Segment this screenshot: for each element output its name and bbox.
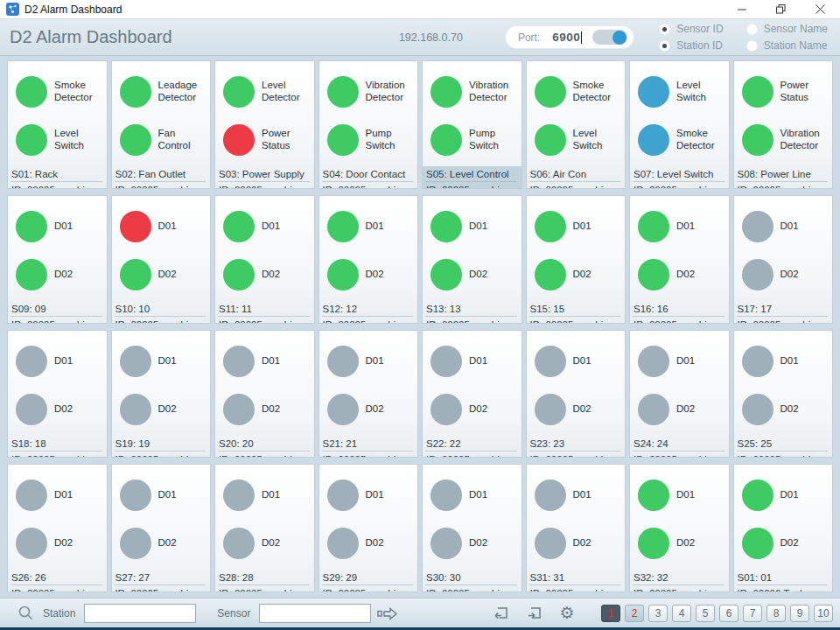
station-card[interactable]: D01D02 S25: 25 ID: 00005 machine bbox=[733, 330, 834, 458]
sensor-indicator: Level Switch bbox=[535, 118, 626, 162]
radio-circle[interactable] bbox=[659, 40, 670, 52]
card-footer: S03: Power Supply ID: 00005 machine bbox=[215, 166, 314, 189]
station-card[interactable]: Smoke DetectorLevel Switch S01: Rack ID:… bbox=[7, 60, 108, 189]
station-card[interactable]: D01D02 S29: 29 ID: 00005 machine bbox=[318, 464, 419, 592]
station-card[interactable]: D01D02 S20: 20 ID: 00005 machine bbox=[214, 330, 315, 458]
sensor-list: D01D02 bbox=[112, 465, 211, 570]
page-button-6[interactable]: 6 bbox=[719, 605, 738, 622]
connection-toggle[interactable] bbox=[592, 30, 627, 45]
station-card[interactable]: D01D02 S23: 23 ID: 00005 machine bbox=[526, 330, 626, 458]
sensor-label: Leadage Detector bbox=[158, 80, 211, 104]
station-id: ID: 00005 machine bbox=[734, 452, 833, 458]
station-card[interactable]: D01D02 S16: 16 ID: 00005 machine bbox=[629, 195, 730, 324]
sensor-list: D01D02 bbox=[527, 196, 626, 301]
sensor-indicator: Power Status bbox=[742, 70, 833, 114]
radio-circle[interactable] bbox=[746, 24, 758, 35]
app-icon bbox=[6, 3, 19, 16]
station-filter-input[interactable] bbox=[84, 604, 196, 623]
station-card[interactable]: Vibration DetectorPump Switch S04: Door … bbox=[318, 60, 419, 189]
sensor-status-dot bbox=[638, 346, 669, 377]
sensor-status-dot bbox=[742, 76, 774, 108]
station-card[interactable]: D01D02 S10: 10 ID: 00005 machine bbox=[111, 195, 212, 324]
card-footer: S18: 18 ID: 00005 machine bbox=[8, 436, 107, 458]
radio-station-name[interactable]: Station Name bbox=[746, 39, 828, 52]
page-next-icon[interactable] bbox=[522, 602, 545, 625]
station-card[interactable]: D01D02 S12: 12 ID: 00005 machine bbox=[318, 195, 419, 324]
station-id: ID: 00005 machine bbox=[630, 182, 729, 189]
station-card[interactable]: D01D02 S21: 21 ID: 00005 machine bbox=[318, 330, 419, 458]
page-button-2[interactable]: 2 bbox=[625, 605, 644, 622]
station-card[interactable]: D01D02 S18: 18 ID: 00005 machine bbox=[7, 330, 108, 458]
station-card[interactable]: D01D02 S13: 13 ID: 00005 machine bbox=[422, 195, 522, 324]
station-card[interactable]: D01D02 S30: 30 ID: 00005 machine bbox=[422, 464, 522, 592]
sensor-status-dot bbox=[16, 346, 47, 377]
sensor-label: D01 bbox=[573, 220, 626, 233]
station-id: ID: 00005 machine bbox=[319, 452, 418, 458]
card-footer: S08: Power Line ID: 00005 machine bbox=[734, 166, 833, 189]
station-card[interactable]: D01D02 S32: 32 ID: 00005 machine bbox=[629, 464, 730, 592]
page-button-9[interactable]: 9 bbox=[790, 605, 809, 622]
restore-button[interactable] bbox=[761, 0, 801, 18]
station-card[interactable]: Level DetectorPower Status S03: Power Su… bbox=[214, 60, 315, 189]
page-button-4[interactable]: 4 bbox=[672, 605, 691, 622]
sensor-indicator: D01 bbox=[327, 473, 418, 517]
station-name: S05: Level Control bbox=[423, 166, 522, 181]
station-card[interactable]: Vibration DetectorPump Switch S05: Level… bbox=[422, 60, 522, 189]
station-card[interactable]: D01D02 S27: 27 ID: 00005 machine bbox=[111, 464, 212, 592]
sensor-status-dot bbox=[535, 76, 566, 108]
minimize-button[interactable] bbox=[722, 0, 761, 18]
station-name: S06: Air Con bbox=[527, 166, 626, 181]
sensor-indicator: D01 bbox=[16, 205, 107, 248]
radio-station-id[interactable]: Station ID bbox=[659, 39, 723, 52]
page-button-8[interactable]: 8 bbox=[766, 605, 786, 622]
page-button-3[interactable]: 3 bbox=[648, 605, 668, 622]
station-card[interactable]: Level SwitchSmoke Detector S07: Level Sw… bbox=[629, 60, 730, 189]
station-card[interactable]: D01D02 S26: 26 ID: 00005 machine bbox=[7, 464, 108, 592]
sensor-label: Level Switch bbox=[573, 128, 626, 152]
radio-circle[interactable] bbox=[746, 40, 758, 52]
station-card[interactable]: D01D02 S11: 11 ID: 00005 machine bbox=[214, 195, 315, 324]
station-card[interactable]: D01D02 S22: 22 ID: 00005 machine bbox=[422, 330, 522, 458]
station-card[interactable]: D01D02 S19: 19 ID: 00005 machine bbox=[111, 330, 212, 458]
station-card[interactable]: Power StatusVibration Detector S08: Powe… bbox=[733, 60, 834, 189]
radio-sensor-name[interactable]: Sensor Name bbox=[746, 23, 828, 35]
settings-gear-icon[interactable]: ⚙ bbox=[556, 602, 578, 625]
sensor-indicator: D01 bbox=[16, 473, 107, 517]
sensor-status-dot bbox=[430, 346, 462, 377]
sensor-indicator: D02 bbox=[638, 253, 729, 297]
station-card[interactable]: Leadage DetectorFan Control S02: Fan Out… bbox=[111, 60, 212, 189]
page-button-1[interactable]: 1 bbox=[601, 605, 620, 622]
page-button-5[interactable]: 5 bbox=[696, 605, 715, 622]
sensor-filter-input[interactable] bbox=[259, 604, 371, 623]
sensor-status-dot bbox=[327, 528, 359, 559]
sensor-status-dot bbox=[120, 480, 151, 511]
station-id: ID: 00005 machine bbox=[630, 585, 729, 592]
apply-filter-icon[interactable] bbox=[376, 606, 399, 621]
station-name: S28: 28 bbox=[215, 570, 314, 584]
station-card[interactable]: Smoke DetectorLevel Switch S06: Air Con … bbox=[526, 60, 626, 189]
port-input[interactable]: 6900 bbox=[552, 31, 580, 44]
station-id: ID: 00005 machine bbox=[112, 585, 211, 592]
sensor-status-dot bbox=[223, 76, 255, 108]
page-button-7[interactable]: 7 bbox=[743, 605, 762, 622]
station-card[interactable]: D01D02 S01: 01 ID: 00006 Tank bbox=[733, 464, 834, 592]
station-card[interactable]: D01D02 S15: 15 ID: 00005 machine bbox=[526, 195, 626, 324]
sensor-status-dot bbox=[120, 124, 151, 156]
page-button-10[interactable]: 10 bbox=[814, 605, 833, 622]
station-name: S23: 23 bbox=[527, 436, 626, 451]
station-card[interactable]: D01D02 S31: 31 ID: 00005 machine bbox=[526, 464, 626, 592]
station-card[interactable]: D01D02 S24: 24 ID: 00005 machine bbox=[629, 330, 730, 458]
page-prev-icon[interactable] bbox=[489, 602, 512, 625]
station-card[interactable]: D01D02 S09: 09 ID: 00005 machine bbox=[7, 195, 108, 324]
radio-circle[interactable] bbox=[659, 24, 670, 35]
station-id: ID: 00005 machine bbox=[112, 182, 211, 189]
card-footer: S25: 25 ID: 00005 machine bbox=[734, 436, 833, 458]
station-card[interactable]: D01D02 S28: 28 ID: 00005 machine bbox=[214, 464, 315, 592]
station-card[interactable]: D01D02 S17: 17 ID: 00005 machine bbox=[733, 195, 834, 324]
port-field[interactable]: Port: 6900 bbox=[505, 25, 634, 49]
radio-sensor-id[interactable]: Sensor ID bbox=[659, 23, 723, 35]
sensor-indicator: D02 bbox=[638, 388, 729, 431]
close-button[interactable] bbox=[801, 0, 840, 18]
sensor-indicator: D01 bbox=[638, 473, 729, 517]
sensor-label: D02 bbox=[262, 537, 314, 550]
